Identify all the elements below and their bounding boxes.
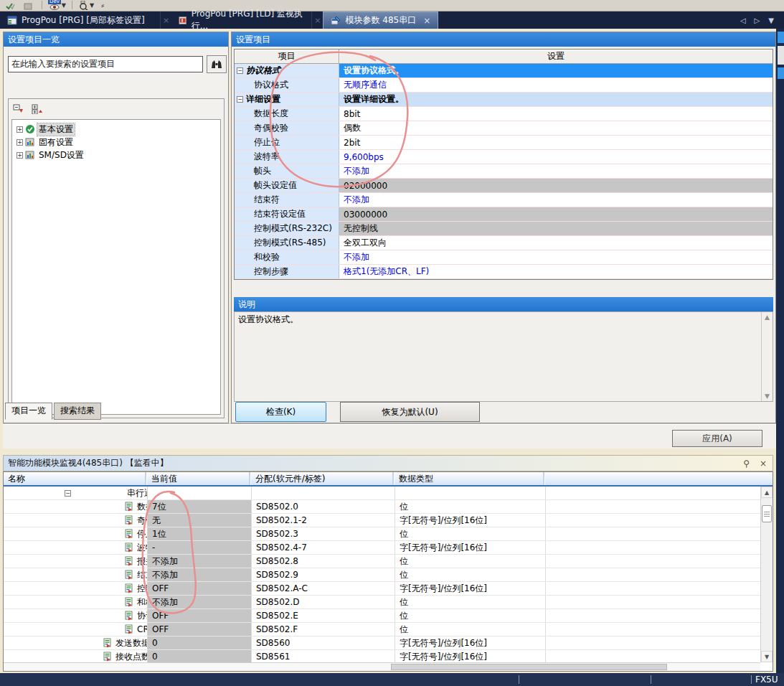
expand-minus-icon[interactable]: −: [237, 67, 243, 74]
monitor-group-row[interactable]: − 串行通信设定: [4, 487, 760, 500]
scroll-down-icon[interactable]: ▼: [765, 393, 770, 400]
settings-row[interactable]: − 停止位 2bit: [235, 136, 773, 150]
column-header-value[interactable]: 设置: [339, 50, 773, 64]
current-value-cell[interactable]: 7位: [147, 500, 251, 513]
column-header-data-type[interactable]: 数据类型: [395, 472, 545, 485]
restore-default-button[interactable]: 恢复为默认(U): [340, 402, 480, 422]
check-button[interactable]: 检查(K): [235, 402, 326, 422]
settings-row[interactable]: − 结束符 不添加: [235, 193, 773, 207]
column-header-current-value[interactable]: 当前值: [147, 472, 251, 485]
column-header-device[interactable]: 分配(软元件/标签): [251, 472, 395, 485]
monitor-row[interactable]: 发送数据的剩余点数 0 SD8560 字[无符号]/位列[16位]: [4, 636, 760, 650]
monitor-row[interactable]: 奇偶校验 无 SD8502.1-2 字[无符号]/位列[16位]: [4, 514, 760, 527]
tab-search-result[interactable]: 搜索结果: [54, 403, 101, 420]
settings-row[interactable]: − 数据长度 8bit: [235, 107, 773, 121]
setting-value-cell[interactable]: 不添加: [339, 193, 773, 207]
settings-row[interactable]: − 波特率 9,600bps: [235, 150, 773, 164]
close-icon[interactable]: ×: [760, 459, 767, 469]
column-header-name[interactable]: 名称: [4, 472, 147, 485]
monitor-row[interactable]: 控制模式 OFF SD8502.A-C 字[无符号]/位列[16位]: [4, 582, 760, 596]
scroll-up-icon[interactable]: ▲: [765, 314, 770, 321]
search-button[interactable]: [207, 55, 227, 73]
scrollbar-thumb[interactable]: [762, 505, 772, 522]
setting-value-cell[interactable]: 2bit: [339, 136, 773, 149]
tab-scroll-right-icon[interactable]: ▷: [755, 17, 760, 24]
setting-value-cell[interactable]: 偶数: [339, 121, 773, 135]
current-value-cell[interactable]: OFF: [147, 609, 251, 622]
check-program-icon[interactable]: [3, 0, 17, 10]
setting-value-cell[interactable]: 03000000: [339, 207, 773, 221]
tab-close-icon[interactable]: ×: [161, 11, 171, 29]
tab-close-icon[interactable]: ×: [312, 11, 323, 29]
setting-value-cell[interactable]: 8bit: [339, 107, 773, 121]
monitor-row[interactable]: 数据长度 7位 SD8502.0 位: [4, 500, 760, 514]
setting-value-cell[interactable]: 不添加: [339, 164, 773, 178]
current-value-cell[interactable]: OFF: [147, 623, 251, 636]
vertical-scrollbar[interactable]: ▲ ▼: [760, 487, 773, 662]
column-header-item[interactable]: 项目: [235, 50, 339, 64]
expand-plus-icon[interactable]: +: [16, 126, 23, 133]
tab-progpou-ld-monitor[interactable]: ProgPou [PRG] [LD] 监视执行...: [171, 11, 312, 29]
device-display-button[interactable]: Dev ▼: [48, 0, 66, 10]
expand-all-button[interactable]: [30, 103, 44, 115]
setting-value-cell[interactable]: 02000000: [339, 179, 773, 192]
monitor-row[interactable]: 和校验 不添加 SD8502.D 位: [4, 596, 760, 609]
monitor-row[interactable]: 停止位 1位 SD8502.3 位: [4, 527, 760, 541]
setting-value-cell[interactable]: 全双工双向: [339, 236, 773, 250]
tab-module-parameter-485[interactable]: 模块参数 485串口 ×: [323, 11, 438, 29]
current-value-cell[interactable]: 1位: [147, 527, 251, 540]
tab-scroll-left-icon[interactable]: ◁: [740, 17, 746, 24]
settings-row[interactable]: − 帧头 不添加: [235, 164, 773, 179]
current-value-cell[interactable]: 0: [147, 650, 251, 662]
tree-item-basic-settings[interactable]: + 基本设置: [16, 123, 220, 136]
setting-value-cell[interactable]: 9,600bps: [339, 150, 773, 164]
scroll-down-icon[interactable]: ▼: [761, 651, 773, 662]
current-value-cell[interactable]: 0: [147, 636, 251, 649]
monitor-row[interactable]: 协议 OFF SD8502.E 位: [4, 609, 760, 623]
current-value-cell[interactable]: 不添加: [147, 596, 251, 609]
settings-row[interactable]: − 协议格式 设置协议格式。: [235, 64, 773, 78]
tab-progpou-local-labels[interactable]: ProgPou [PRG] [局部标签设置]: [0, 11, 161, 29]
expand-plus-icon[interactable]: +: [16, 152, 23, 159]
settings-row[interactable]: − 和校验 不添加: [235, 250, 773, 265]
setting-value-cell[interactable]: 设置协议格式。: [339, 64, 773, 77]
current-value-cell[interactable]: 不添加: [147, 568, 251, 581]
tab-list-dropdown-icon[interactable]: ▼: [768, 17, 774, 24]
scrollbar-thumb[interactable]: [391, 664, 667, 670]
collapse-all-button[interactable]: [11, 103, 26, 115]
monitor-row[interactable]: 结束符 不添加 SD8502.9 位: [4, 568, 760, 582]
tab-item-list[interactable]: 项目一览: [5, 403, 52, 420]
current-value-cell[interactable]: OFF: [147, 582, 251, 595]
search-input[interactable]: [8, 56, 203, 72]
current-value-cell[interactable]: 无: [147, 514, 251, 527]
expand-plus-icon[interactable]: +: [16, 139, 23, 146]
monitor-row[interactable]: 波特率 - SD8502.4-7 字[无符号]/位列[16位]: [4, 541, 760, 555]
device-search-button[interactable]: ▼: [78, 1, 94, 10]
setting-value-cell[interactable]: 无控制线: [339, 222, 773, 235]
setting-value-cell[interactable]: 不添加: [339, 250, 773, 264]
current-value-cell[interactable]: -: [147, 541, 251, 554]
monitor-row[interactable]: 报头 不添加 SD8502.8 位: [4, 555, 760, 568]
convert-icon[interactable]: [22, 0, 36, 10]
tree-item-smsd-settings[interactable]: + SM/SD设置: [16, 149, 220, 161]
horizontal-scrollbar[interactable]: [4, 662, 760, 671]
settings-row[interactable]: − 控制模式(RS-232C) 无控制线: [235, 222, 773, 236]
settings-row[interactable]: − 控制步骤 格式1(无添加CR、LF): [235, 265, 773, 279]
monitor-row[interactable]: 接收点数的监控 0 SD8561 字[无符号]/位列[16位]: [4, 650, 760, 662]
settings-row[interactable]: − 协议格式 无顺序通信: [235, 78, 773, 93]
tab-close-icon[interactable]: ×: [423, 16, 430, 26]
settings-row[interactable]: − 帧头设定值 02000000: [235, 179, 773, 193]
setting-value-cell[interactable]: 格式1(无添加CR、LF): [339, 265, 773, 278]
settings-row[interactable]: − 奇偶校验 偶数: [235, 121, 773, 136]
setting-value-cell[interactable]: 无顺序通信: [339, 78, 773, 92]
settings-row[interactable]: − 结束符设定值 03000000: [235, 207, 773, 222]
setting-value-cell[interactable]: 设置详细设置。: [339, 93, 773, 106]
tree-item-inherent-settings[interactable]: + 固有设置: [16, 136, 220, 149]
expand-minus-icon[interactable]: −: [237, 96, 243, 103]
scroll-up-icon[interactable]: ▲: [761, 487, 773, 498]
current-value-cell[interactable]: 不添加: [147, 555, 251, 568]
monitor-row[interactable]: CR/LF OFF SD8502.F 位: [4, 623, 760, 636]
toolbar-overflow-button[interactable]: ⸗: [98, 0, 107, 10]
apply-button[interactable]: 应用(A): [672, 430, 762, 447]
pin-icon[interactable]: ⚲: [743, 459, 750, 469]
